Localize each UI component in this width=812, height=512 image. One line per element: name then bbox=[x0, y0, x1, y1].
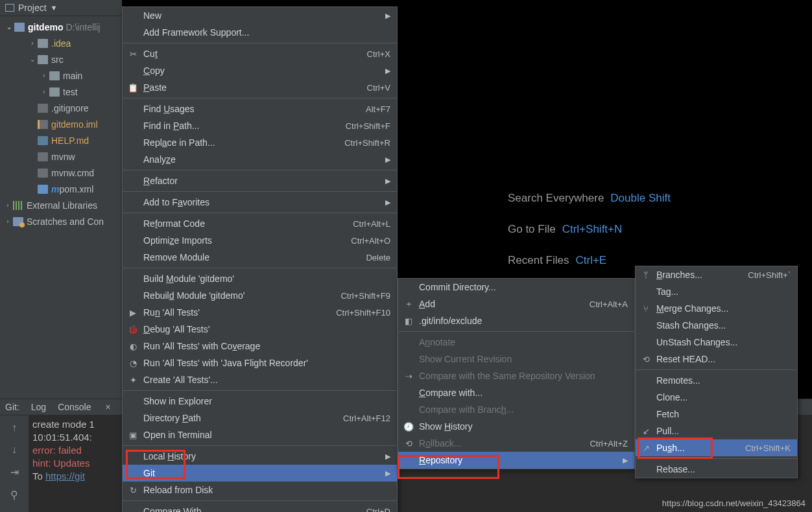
menu-item[interactable]: Clone... bbox=[636, 389, 797, 406]
menu-item[interactable]: Replace in Path...Ctrl+Shift+R bbox=[123, 134, 397, 151]
menu-item[interactable]: Analyze▶ bbox=[123, 151, 397, 168]
menu-item[interactable]: New▶ bbox=[123, 7, 397, 24]
menu-item[interactable]: Compare With...Ctrl+D bbox=[123, 503, 397, 512]
menu-item[interactable]: ✦Create 'All Tests'... bbox=[123, 371, 397, 388]
menu-item[interactable]: Optimize ImportsCtrl+Alt+O bbox=[123, 232, 397, 249]
tree-item[interactable]: gitdemo.iml bbox=[0, 116, 122, 132]
project-tree: ⌄ gitdemo D:\intellij ›.idea⌄src›main›te… bbox=[0, 16, 122, 232]
tree-item[interactable]: ›test bbox=[0, 84, 122, 100]
tree-label: test bbox=[63, 87, 78, 97]
menu-label: Fetch bbox=[656, 409, 791, 419]
menu-label: Rebase... bbox=[656, 464, 791, 474]
menu-item[interactable]: Reformat CodeCtrl+Alt+L bbox=[123, 215, 397, 232]
menu-item[interactable]: Stash Changes... bbox=[636, 317, 797, 334]
git-tab-console[interactable]: Console bbox=[58, 402, 91, 412]
menu-item[interactable]: Rebuild Module 'gitdemo'Ctrl+Shift+F9 bbox=[123, 287, 397, 304]
menu-item[interactable]: Repository▶ bbox=[398, 452, 634, 469]
expand-icon[interactable]: › bbox=[3, 218, 13, 225]
menu-icon: ⇢ bbox=[402, 371, 415, 381]
menu-item[interactable]: ⟲Reset HEAD... bbox=[636, 351, 797, 367]
tree-item[interactable]: ⌄src bbox=[0, 51, 122, 67]
menu-item[interactable]: Compare with... bbox=[398, 384, 634, 401]
tree-item[interactable]: mvnw.cmd bbox=[0, 165, 122, 181]
close-icon[interactable]: × bbox=[106, 402, 111, 412]
menu-item[interactable]: ⑂Merge Changes... bbox=[636, 300, 797, 317]
tree-item[interactable]: ›.idea bbox=[0, 35, 122, 51]
expand-icon[interactable]: › bbox=[39, 72, 49, 79]
folder-icon bbox=[38, 55, 48, 64]
menu-item[interactable]: Directory PathCtrl+Alt+F12 bbox=[123, 410, 397, 426]
menu-item[interactable]: ↗Push...Ctrl+Shift+K bbox=[636, 439, 797, 456]
menu-item[interactable]: ◔Run 'All Tests' with 'Java Flight Recor… bbox=[123, 355, 397, 371]
menu-item[interactable]: Copy▶ bbox=[123, 62, 397, 79]
tree-item[interactable]: m pom.xml bbox=[0, 181, 122, 197]
menu-icon: ⑂ bbox=[639, 304, 652, 314]
menu-item[interactable]: Build Module 'gitdemo' bbox=[123, 270, 397, 287]
menu-label: Pull... bbox=[656, 426, 791, 436]
menu-item[interactable]: Find in Path...Ctrl+Shift+F bbox=[123, 117, 397, 134]
expand-icon[interactable]: › bbox=[3, 202, 13, 209]
menu-item[interactable]: Add Framework Support... bbox=[123, 24, 397, 41]
menu-item[interactable]: ↙Pull... bbox=[636, 423, 797, 439]
menu-shortcut: Ctrl+Alt+O bbox=[351, 236, 390, 246]
tree-item[interactable]: ›main bbox=[0, 67, 122, 84]
arrow-down-icon[interactable]: ↓ bbox=[12, 444, 17, 456]
library-icon bbox=[13, 201, 23, 210]
menu-item[interactable]: UnStash Changes... bbox=[636, 334, 797, 351]
context-menu-repository: ᛘBranches...Ctrl+Shift+`Tag...⑂Merge Cha… bbox=[635, 266, 798, 478]
project-header[interactable]: Project ▼ bbox=[0, 0, 122, 16]
wrap-icon[interactable]: ⇥ bbox=[10, 466, 19, 478]
folder-icon bbox=[14, 23, 25, 32]
menu-item[interactable]: ✂CutCtrl+X bbox=[123, 45, 397, 62]
tree-item[interactable]: mvnw bbox=[0, 148, 122, 165]
menu-item[interactable]: Git▶ bbox=[123, 465, 397, 482]
menu-item[interactable]: ᛘBranches...Ctrl+Shift+` bbox=[636, 266, 797, 283]
menu-item[interactable]: Add to Favorites▶ bbox=[123, 194, 397, 211]
tree-item[interactable]: HELP.md bbox=[0, 132, 122, 148]
context-menu-git: Commit Directory...＋AddCtrl+Alt+A◧.git/i… bbox=[398, 278, 635, 469]
menu-item[interactable]: Local History▶ bbox=[123, 448, 397, 465]
menu-item[interactable]: ＋AddCtrl+Alt+A bbox=[398, 296, 634, 312]
scratches[interactable]: › Scratches and Con bbox=[0, 213, 122, 229]
menu-item[interactable]: ◧.git/info/exclude bbox=[398, 312, 634, 329]
menu-label: Rebuild Module 'gitdemo' bbox=[143, 290, 321, 301]
external-libraries[interactable]: › External Libraries bbox=[0, 197, 122, 213]
menu-label: Add to Favorites bbox=[143, 197, 372, 207]
menu-label: Directory Path bbox=[143, 413, 324, 423]
menu-label: Rollback... bbox=[419, 438, 570, 448]
menu-item[interactable]: Remotes... bbox=[636, 372, 797, 389]
menu-item[interactable]: Remove ModuleDelete bbox=[123, 249, 397, 266]
menu-item[interactable]: Find UsagesAlt+F7 bbox=[123, 100, 397, 117]
menu-item[interactable]: Tag... bbox=[636, 283, 797, 300]
git-tab-log[interactable]: Log bbox=[31, 402, 46, 412]
menu-item[interactable]: 🕘Show History bbox=[398, 418, 634, 435]
menu-icon: ◐ bbox=[126, 342, 139, 351]
menu-item[interactable]: ◐Run 'All Tests' with Coverage bbox=[123, 338, 397, 355]
menu-item[interactable]: ▶Run 'All Tests'Ctrl+Shift+F10 bbox=[123, 304, 397, 321]
arrow-up-icon[interactable]: ↑ bbox=[12, 422, 17, 434]
menu-item[interactable]: ▣Open in Terminal bbox=[123, 426, 397, 443]
menu-item[interactable]: Rebase... bbox=[636, 461, 797, 478]
menu-label: Run 'All Tests' with 'Java Flight Record… bbox=[143, 358, 390, 368]
pin-icon[interactable]: ⚲ bbox=[10, 489, 18, 501]
expand-icon[interactable]: ⌄ bbox=[4, 23, 14, 30]
tree-root[interactable]: ⌄ gitdemo D:\intellij bbox=[0, 19, 122, 35]
menu-item[interactable]: Show in Explorer bbox=[123, 393, 397, 410]
menu-item[interactable]: Commit Directory... bbox=[398, 279, 634, 296]
menu-label: UnStash Changes... bbox=[656, 337, 791, 347]
menu-icon: ↗ bbox=[639, 443, 652, 453]
menu-label: Compare with... bbox=[419, 388, 628, 398]
menu-item[interactable]: ↻Reload from Disk bbox=[123, 482, 397, 498]
expand-icon[interactable]: ⌄ bbox=[27, 56, 38, 63]
menu-item[interactable]: 🐞Debug 'All Tests' bbox=[123, 321, 397, 338]
menu-item[interactable]: Refactor▶ bbox=[123, 172, 397, 189]
menu-label: Copy bbox=[143, 65, 372, 76]
menu-item[interactable]: Fetch bbox=[636, 406, 797, 423]
menu-item[interactable]: 📋PasteCtrl+V bbox=[123, 79, 397, 96]
hint-recent-key: Ctrl+E bbox=[575, 254, 606, 266]
expand-icon[interactable]: › bbox=[39, 88, 49, 95]
tree-item[interactable]: .gitignore bbox=[0, 100, 122, 116]
menu-label: Merge Changes... bbox=[656, 303, 791, 314]
menu-label: Stash Changes... bbox=[656, 320, 791, 331]
expand-icon[interactable]: › bbox=[27, 40, 38, 47]
